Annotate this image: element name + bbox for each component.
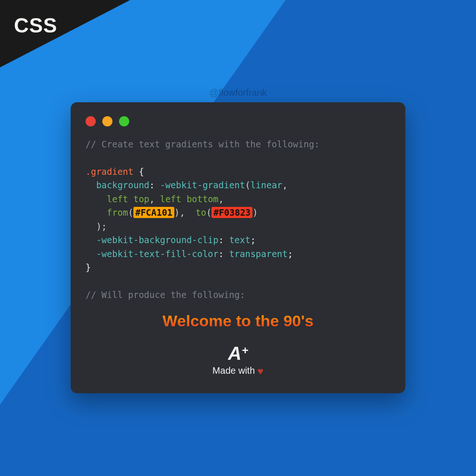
code-val-bgclip: text — [229, 235, 251, 245]
code-comment-2: // Will produce the following: — [86, 290, 245, 300]
code-prop-fill: -webkit-text-fill-color — [96, 249, 218, 259]
code-to-fn: to — [196, 207, 206, 218]
logo-mark: A+ — [228, 344, 248, 363]
code-prop-bgclip: -webkit-background-clip — [96, 235, 218, 245]
code-window: // Create text gradients with the follow… — [71, 102, 405, 393]
code-block: // Create text gradients with the follow… — [86, 138, 390, 302]
maximize-icon[interactable] — [119, 116, 129, 126]
logo-letter: A — [228, 344, 241, 363]
code-val-fill: transparent — [229, 249, 288, 259]
minimize-icon[interactable] — [102, 116, 112, 126]
heart-icon: ♥ — [258, 365, 264, 377]
window-controls — [86, 116, 390, 126]
made-with-text: Made with — [212, 365, 255, 376]
code-left-bottom: left bottom — [160, 194, 218, 204]
code-selector: .gradient — [86, 166, 133, 177]
corner-badge-label: CSS — [14, 14, 57, 37]
gradient-result-text: Welcome to the 90's — [86, 312, 390, 330]
code-prop-background: background — [96, 180, 149, 190]
color-swatch-from: #FCA101 — [133, 207, 174, 218]
code-left-top: left top — [107, 194, 150, 204]
code-comment: // Create text gradients with the follow… — [86, 139, 319, 149]
logo-plus-icon: + — [242, 345, 248, 356]
footer-logo-block: A+ Made with ♥ — [86, 344, 390, 377]
close-icon[interactable] — [86, 116, 96, 126]
made-with-line: Made with ♥ — [86, 365, 390, 377]
code-linear: linear — [251, 180, 283, 190]
color-swatch-to: #F03823 — [212, 207, 252, 218]
code-from-fn: from — [107, 207, 128, 218]
code-fn-gradient: -webkit-gradient — [160, 180, 245, 190]
watermark: @flowforfrank — [209, 87, 267, 98]
